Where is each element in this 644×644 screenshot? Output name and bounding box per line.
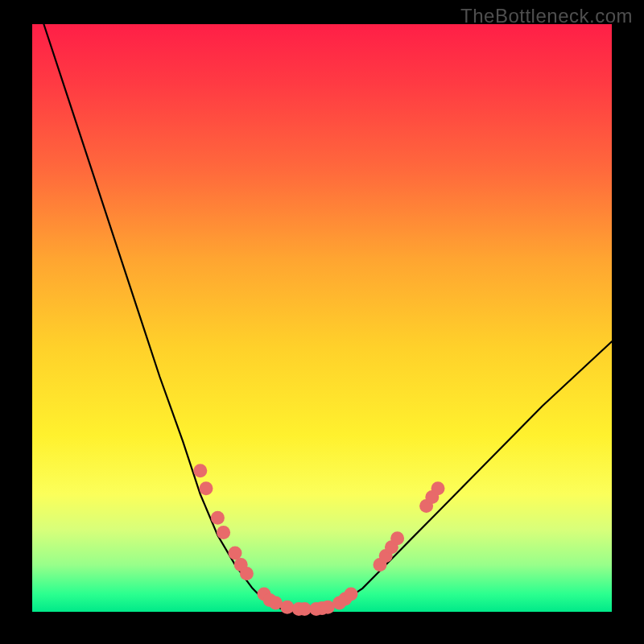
bottleneck-curve-svg [32, 24, 612, 612]
bottleneck-curve [43, 24, 612, 612]
watermark-text: TheBottleneck.com [460, 5, 633, 27]
curve-marker [193, 464, 207, 477]
curve-marker [211, 511, 225, 525]
curve-marker [200, 481, 213, 495]
curve-marker [431, 481, 445, 495]
curve-markers [193, 464, 444, 616]
chart-frame: TheBottleneck.com [0, 0, 644, 644]
curve-marker [390, 531, 404, 545]
curve-marker [217, 526, 230, 539]
curve-marker [240, 567, 254, 580]
curve-marker [280, 601, 294, 614]
plot-area [32, 24, 612, 612]
curve-marker [229, 547, 242, 560]
curve-marker [345, 588, 358, 601]
